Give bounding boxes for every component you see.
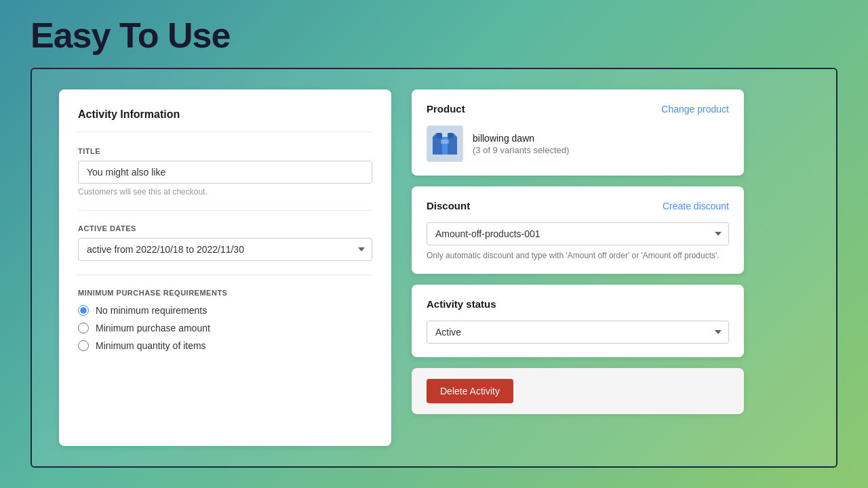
activity-information-panel: Activity Information TITLE Customers wil… [59, 89, 391, 446]
svg-rect-3 [442, 137, 448, 155]
product-variants: (3 of 9 variants selected) [473, 145, 569, 155]
change-product-link[interactable]: Change product [661, 104, 729, 115]
page-title: Easy To Use [0, 0, 868, 68]
discount-card-header: Discount Create discount [427, 200, 729, 211]
activity-status-card: Activity status Active [412, 285, 744, 357]
radio-minimum-purchase-input[interactable] [78, 323, 89, 333]
radio-minimum-quantity-input[interactable] [78, 340, 89, 351]
discount-select[interactable]: Amount-off-products-001 [427, 222, 729, 245]
title-input[interactable] [78, 161, 372, 184]
radio-no-minimum-label: No minimum requirements [96, 305, 207, 316]
product-image [427, 125, 463, 162]
active-dates-label: ACTIVE DATES [78, 224, 372, 232]
status-card-title: Activity status [427, 298, 496, 310]
delete-section: Delete Activity [412, 368, 744, 414]
radio-minimum-purchase-label: Minimum purchase amount [96, 323, 210, 333]
radio-no-minimum[interactable]: No minimum requirements [78, 305, 372, 316]
title-hint: Customers will see this at checkout. [78, 187, 372, 197]
delete-activity-button[interactable]: Delete Activity [427, 379, 513, 403]
svg-rect-4 [437, 133, 442, 138]
radio-minimum-purchase[interactable]: Minimum purchase amount [78, 323, 372, 333]
status-select[interactable]: Active [427, 321, 729, 344]
minimum-purchase-section: MINIMUM PURCHASE REQUIREMENTS No minimum… [78, 289, 372, 351]
discount-card: Discount Create discount Amount-off-prod… [412, 186, 744, 274]
panel-title: Activity Information [78, 108, 372, 132]
divider-2 [78, 274, 372, 275]
main-container: Activity Information TITLE Customers wil… [31, 68, 837, 468]
right-panel: Product Change product [412, 89, 744, 446]
divider-1 [78, 210, 372, 211]
radio-minimum-quantity-label: Minimum quantity of items [96, 340, 206, 351]
product-card-title: Product [427, 103, 465, 115]
status-card-header: Activity status [427, 298, 729, 310]
product-name: billowing dawn [473, 133, 569, 144]
svg-rect-6 [441, 140, 449, 144]
active-dates-section: ACTIVE DATES active from 2022/10/18 to 2… [78, 224, 372, 261]
radio-no-minimum-input[interactable] [78, 305, 89, 316]
minimum-purchase-label: MINIMUM PURCHASE REQUIREMENTS [78, 289, 372, 297]
product-info: billowing dawn (3 of 9 variants selected… [473, 133, 569, 155]
svg-rect-5 [448, 133, 453, 138]
product-row: billowing dawn (3 of 9 variants selected… [427, 125, 729, 162]
create-discount-link[interactable]: Create discount [663, 201, 729, 211]
radio-minimum-quantity[interactable]: Minimum quantity of items [78, 340, 372, 351]
product-card: Product Change product [412, 89, 744, 176]
product-card-header: Product Change product [427, 103, 729, 115]
radio-group: No minimum requirements Minimum purchase… [78, 305, 372, 351]
discount-card-title: Discount [427, 200, 470, 211]
title-label: TITLE [78, 147, 372, 155]
title-section: TITLE Customers will see this at checkou… [78, 147, 372, 197]
active-dates-select[interactable]: active from 2022/10/18 to 2022/11/30 [78, 238, 372, 261]
discount-note: Only automatic discount and type with 'A… [427, 251, 729, 260]
